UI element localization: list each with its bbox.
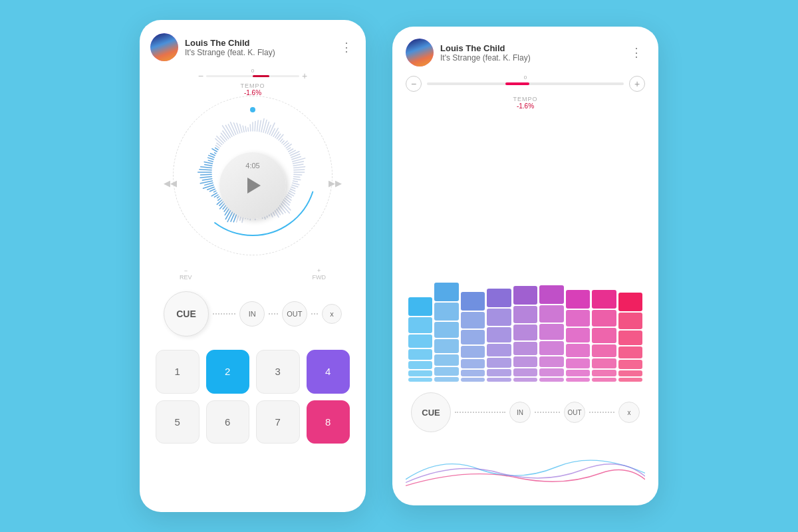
pad-7[interactable]: 7 <box>256 400 300 444</box>
svg-line-34 <box>294 177 300 178</box>
eq-bar-8-1 <box>618 313 642 329</box>
more-menu-left[interactable]: ⋮ <box>338 37 355 57</box>
eq-bar-8-6 <box>618 378 642 382</box>
eq-bar-2-2 <box>461 330 485 344</box>
eq-column-6 <box>566 290 590 382</box>
in-button-left[interactable]: IN <box>239 301 265 327</box>
svg-line-85 <box>207 187 214 190</box>
svg-line-10 <box>269 123 275 135</box>
eq-bar-0-1 <box>408 317 432 333</box>
svg-line-117 <box>240 124 242 132</box>
waveform-curves <box>406 440 645 493</box>
out-button-left[interactable]: OUT <box>282 301 307 327</box>
tempo-plus-right[interactable]: + <box>629 76 645 92</box>
svg-line-41 <box>289 191 295 194</box>
artist-name-left: Louis The Child <box>185 38 331 48</box>
x-button-right[interactable]: x <box>618 402 640 423</box>
svg-line-101 <box>215 153 216 154</box>
dot-line-right-1 <box>455 412 505 413</box>
out-button-right[interactable]: OUT <box>564 402 585 423</box>
eq-bar-4-0 <box>513 286 537 305</box>
eq-bar-8-0 <box>618 293 642 311</box>
pad-4[interactable]: 4 <box>307 350 350 394</box>
svg-line-30 <box>294 167 305 168</box>
svg-line-119 <box>245 126 246 132</box>
eq-bar-2-1 <box>461 312 485 329</box>
tempo-minus-left[interactable]: − <box>198 70 203 81</box>
eq-bar-4-2 <box>513 325 537 340</box>
turntable-section: − 0 + TEMPO -1.6% ◀◀ ▶▶ / <box>160 69 346 275</box>
svg-line-4 <box>257 120 259 131</box>
pad-2[interactable]: 2 <box>206 350 250 394</box>
tempo-fill-right <box>505 82 529 85</box>
eq-bar-0-2 <box>408 334 432 348</box>
eq-bar-7-2 <box>592 328 616 343</box>
pad-6[interactable]: 6 <box>206 400 250 444</box>
eq-bar-3-0 <box>487 289 511 307</box>
svg-line-118 <box>243 126 244 132</box>
tempo-label-right: TEMPO <box>406 96 645 102</box>
dot-line-right-2 <box>535 412 560 413</box>
tempo-plus-left[interactable]: + <box>302 70 307 81</box>
eq-bar-3-4 <box>487 358 511 368</box>
eq-bar-7-0 <box>592 290 616 309</box>
pad-8[interactable]: 8 <box>307 400 350 444</box>
cue-button-right[interactable]: CUE <box>411 392 451 432</box>
svg-line-89 <box>202 179 212 180</box>
svg-line-106 <box>215 139 222 145</box>
eq-bar-7-6 <box>592 378 616 382</box>
tempo-minus-right[interactable]: − <box>406 76 422 92</box>
eq-bar-3-3 <box>487 344 511 356</box>
eq-bar-6-2 <box>566 328 590 342</box>
svg-line-35 <box>293 179 301 180</box>
eq-bar-0-4 <box>408 361 432 369</box>
eq-bar-0-0 <box>408 297 432 316</box>
tempo-value-right: -1.6% <box>406 102 645 110</box>
eq-bar-7-3 <box>592 344 616 357</box>
eq-bar-3-6 <box>487 378 511 382</box>
eq-bar-6-0 <box>566 290 590 309</box>
tempo-value-left: -1.6% <box>186 89 319 96</box>
track-name-left: It's Strange (feat. K. Flay) <box>185 48 331 57</box>
svg-line-110 <box>223 131 229 139</box>
tempo-info-right: TEMPO -1.6% <box>406 96 645 110</box>
eq-bar-3-1 <box>487 309 511 326</box>
tempo-control-left: − 0 + TEMPO -1.6% <box>186 70 319 96</box>
svg-line-107 <box>217 136 223 143</box>
eq-column-5 <box>539 285 563 382</box>
svg-line-21 <box>287 148 291 150</box>
svg-line-39 <box>291 187 295 188</box>
eq-bar-6-5 <box>566 370 590 376</box>
svg-line-17 <box>282 141 284 143</box>
in-button-right[interactable]: IN <box>509 402 531 423</box>
skip-forward-button[interactable]: ▶▶ <box>329 178 342 188</box>
right-phone-card: Louis The Child It's Strange (feat. K. F… <box>392 27 658 505</box>
left-header: Louis The Child It's Strange (feat. K. F… <box>150 33 355 61</box>
skip-back-button[interactable]: ◀◀ <box>164 178 177 188</box>
pad-1[interactable]: 1 <box>156 350 200 394</box>
more-menu-right[interactable]: ⋮ <box>628 43 645 63</box>
svg-line-80 <box>217 196 219 198</box>
svg-line-5 <box>259 120 261 132</box>
eq-bar-5-4 <box>539 356 563 367</box>
right-header: Louis The Child It's Strange (feat. K. F… <box>406 39 645 66</box>
svg-line-3 <box>255 121 255 131</box>
cue-button-left[interactable]: CUE <box>164 291 209 336</box>
pads-grid: 12345678 <box>150 350 355 444</box>
eq-bar-2-6 <box>461 378 485 382</box>
eq-bar-2-0 <box>461 292 485 311</box>
svg-line-91 <box>201 174 212 175</box>
pad-3[interactable]: 3 <box>256 350 300 394</box>
eq-bar-5-3 <box>539 341 563 355</box>
svg-line-28 <box>293 162 304 164</box>
track-info-right: Louis The Child It's Strange (feat. K. F… <box>440 43 621 63</box>
x-button-left[interactable]: x <box>322 304 342 324</box>
dot-line-1 <box>213 313 235 315</box>
rev-fwd-labels: − REV + FWD <box>180 267 326 281</box>
pad-5[interactable]: 5 <box>156 400 200 444</box>
eq-section <box>406 116 645 382</box>
eq-bar-3-2 <box>487 327 511 342</box>
track-info-left: Louis The Child It's Strange (feat. K. F… <box>185 38 331 57</box>
svg-line-98 <box>208 158 213 160</box>
svg-line-95 <box>205 165 212 166</box>
